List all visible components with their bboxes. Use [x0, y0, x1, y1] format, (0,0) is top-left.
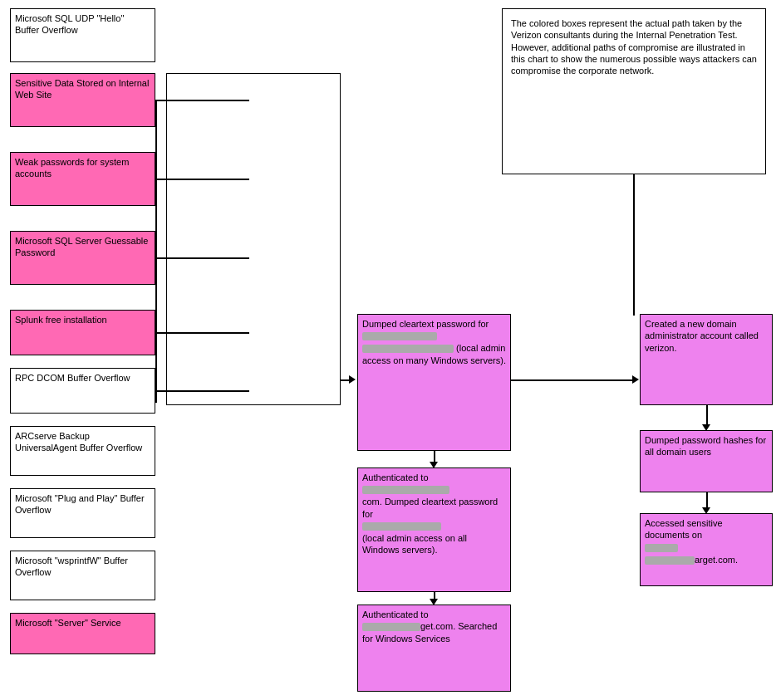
legend-text: The colored boxes represent the actual p… [511, 18, 757, 76]
box-splunk: Splunk free installation [10, 310, 155, 355]
h-conn-clear-to-domain [511, 379, 634, 381]
box-sensitive-docs: Accessed sensitive documents on arget.co… [640, 513, 773, 586]
box-arcserve: ARCserve Backup UniversalAgent Buffer Ov… [10, 426, 155, 476]
box-plug-play-label: Microsoft "Plug and Play" Buffer Overflo… [15, 493, 145, 515]
box-wsprintfw-label: Microsoft "wsprintfW" Buffer Overflow [15, 556, 128, 577]
v-conn-domain-to-hashes [706, 405, 708, 426]
junction-box [166, 73, 341, 405]
box-cleartext-pw: Dumped cleartext password for (local adm… [357, 314, 511, 451]
box-rpc-dcom-label: RPC DCOM Buffer Overflow [15, 373, 130, 383]
box-sql-udp: Microsoft SQL UDP "Hello" Buffer Overflo… [10, 8, 155, 62]
arrow-to-cleartext [349, 375, 356, 384]
box-sql-guessable-label: Microsoft SQL Server Guessable Password [15, 236, 148, 257]
box-sensitive-data: Sensitive Data Stored on Internal Web Si… [10, 73, 155, 127]
box-weak-passwords: Weak passwords for system accounts [10, 152, 155, 206]
new-domain-admin-label: Created a new domain administrator accou… [645, 319, 759, 353]
box-server-service: Microsoft "Server" Service [10, 613, 155, 654]
box-sensitive-data-label: Sensitive Data Stored on Internal Web Si… [15, 78, 149, 100]
box-rpc-dcom: RPC DCOM Buffer Overflow [10, 368, 155, 414]
box-sql-guessable: Microsoft SQL Server Guessable Password [10, 231, 155, 285]
box-new-domain-admin: Created a new domain administrator accou… [640, 314, 773, 405]
box-server-service-label: Microsoft "Server" Service [15, 618, 121, 628]
box-plug-play: Microsoft "Plug and Play" Buffer Overflo… [10, 488, 155, 538]
box-arcserve-label: ARCserve Backup UniversalAgent Buffer Ov… [15, 431, 142, 453]
v-conn-legend-to-right [633, 174, 635, 316]
cleartext-pw-label: Dumped cleartext password for (local adm… [362, 319, 506, 365]
diagram-container: Microsoft SQL UDP "Hello" Buffer Overflo… [0, 0, 776, 700]
box-authenticated2: Authenticated to get.com. Searched for W… [357, 605, 511, 692]
legend-box: The colored boxes represent the actual p… [502, 8, 766, 174]
dump-hashes-label: Dumped password hashes for all domain us… [645, 435, 766, 457]
sensitive-docs-label: Accessed sensitive documents on arget.co… [645, 518, 738, 565]
left-spine-connector [155, 100, 157, 403]
v-conn-hashes-to-docs [706, 492, 708, 509]
arrow-to-domain [632, 375, 639, 384]
box-authenticated1: Authenticated to com. Dumped cleartext p… [357, 467, 511, 592]
box-sql-udp-label: Microsoft SQL UDP "Hello" Buffer Overflo… [15, 13, 124, 35]
box-weak-passwords-label: Weak passwords for system accounts [15, 157, 129, 179]
box-splunk-label: Splunk free installation [15, 315, 107, 325]
authenticated1-label: Authenticated to com. Dumped cleartext p… [362, 472, 498, 555]
box-wsprintfw: Microsoft "wsprintfW" Buffer Overflow [10, 551, 155, 600]
box-dump-hashes: Dumped password hashes for all domain us… [640, 430, 773, 492]
authenticated2-label: Authenticated to get.com. Searched for W… [362, 609, 497, 644]
